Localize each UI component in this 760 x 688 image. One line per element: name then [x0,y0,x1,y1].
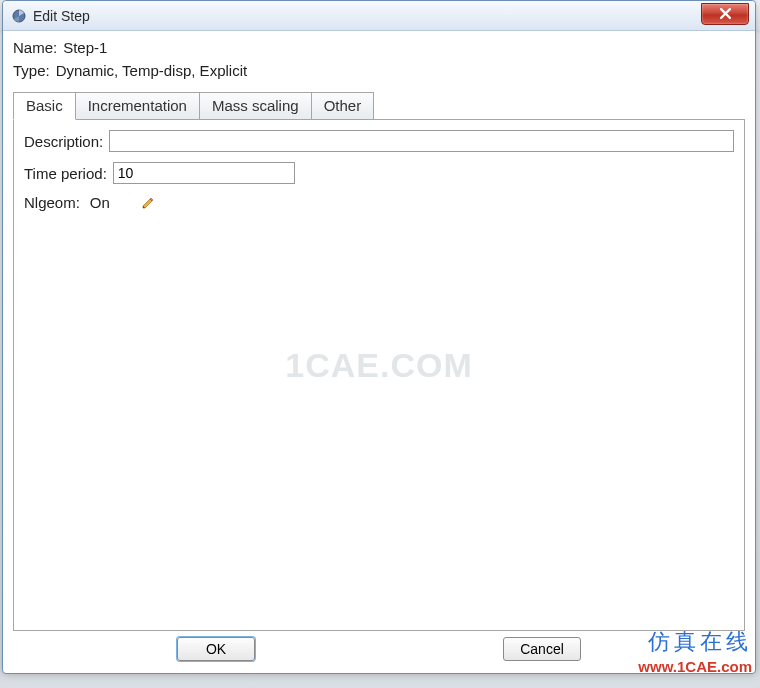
ok-button[interactable]: OK [177,637,255,661]
tabpage-basic: Description: Time period: Nlgeom: On 1 [13,119,745,631]
tab-other[interactable]: Other [311,92,375,120]
close-icon [720,8,731,19]
dialog-button-row: OK Cancel [13,631,745,667]
tab-basic[interactable]: Basic [13,92,76,120]
name-label: Name: [13,39,57,56]
description-row: Description: [24,130,734,152]
time-period-input[interactable] [113,162,295,184]
edit-nlgeom-button[interactable] [140,195,156,211]
type-value: Dynamic, Temp-disp, Explicit [56,62,247,79]
description-label: Description: [24,133,103,150]
pencil-icon [140,195,156,211]
nlgeom-label: Nlgeom: [24,194,80,211]
titlebar[interactable]: Edit Step [3,1,755,31]
close-button[interactable] [701,3,749,25]
client-area: Name: Step-1 Type: Dynamic, Temp-disp, E… [3,31,755,673]
type-label: Type: [13,62,50,79]
brand-text-cn: 仿真在线 [638,628,752,657]
edit-step-dialog: Edit Step Name: Step-1 Type: Dynamic, Te… [2,0,756,674]
type-row: Type: Dynamic, Temp-disp, Explicit [13,62,745,79]
nlgeom-value: On [90,194,110,211]
brand-url: www.1CAE.com [638,657,752,677]
name-value: Step-1 [63,39,107,56]
name-row: Name: Step-1 [13,39,745,56]
brand-overlay: 仿真在线 www.1CAE.com [638,628,752,676]
window-title: Edit Step [33,8,701,24]
time-period-label: Time period: [24,165,107,182]
tab-mass-scaling[interactable]: Mass scaling [199,92,312,120]
tab-incrementation[interactable]: Incrementation [75,92,200,120]
watermark: 1CAE.COM [285,345,472,384]
cancel-button[interactable]: Cancel [503,637,581,661]
description-input[interactable] [109,130,734,152]
app-icon [11,8,27,24]
tab-strip: Basic Incrementation Mass scaling Other [13,91,745,119]
time-period-row: Time period: [24,162,734,184]
nlgeom-row: Nlgeom: On [24,194,734,211]
